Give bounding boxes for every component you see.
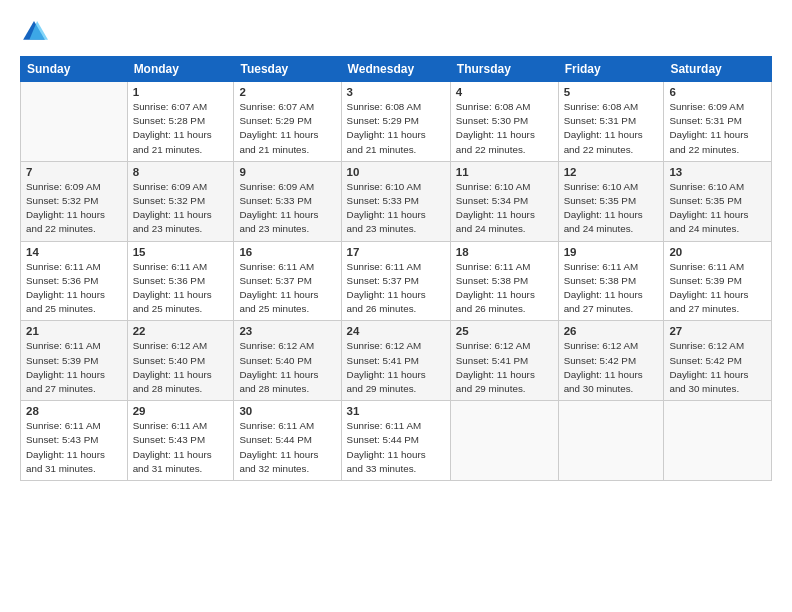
day-number: 1 [133, 86, 229, 98]
day-info: Sunrise: 6:11 AM Sunset: 5:36 PM Dayligh… [133, 260, 229, 317]
calendar-cell [21, 82, 128, 162]
day-number: 28 [26, 405, 122, 417]
calendar-cell: 1Sunrise: 6:07 AM Sunset: 5:28 PM Daylig… [127, 82, 234, 162]
calendar-cell: 3Sunrise: 6:08 AM Sunset: 5:29 PM Daylig… [341, 82, 450, 162]
day-info: Sunrise: 6:11 AM Sunset: 5:44 PM Dayligh… [347, 419, 445, 476]
day-number: 29 [133, 405, 229, 417]
day-number: 25 [456, 325, 553, 337]
day-header-tuesday: Tuesday [234, 57, 341, 82]
day-info: Sunrise: 6:12 AM Sunset: 5:41 PM Dayligh… [347, 339, 445, 396]
day-header-monday: Monday [127, 57, 234, 82]
day-info: Sunrise: 6:10 AM Sunset: 5:35 PM Dayligh… [669, 180, 766, 237]
day-number: 27 [669, 325, 766, 337]
day-info: Sunrise: 6:11 AM Sunset: 5:36 PM Dayligh… [26, 260, 122, 317]
day-number: 21 [26, 325, 122, 337]
day-info: Sunrise: 6:09 AM Sunset: 5:32 PM Dayligh… [133, 180, 229, 237]
calendar-cell: 17Sunrise: 6:11 AM Sunset: 5:37 PM Dayli… [341, 241, 450, 321]
day-header-wednesday: Wednesday [341, 57, 450, 82]
calendar-cell: 8Sunrise: 6:09 AM Sunset: 5:32 PM Daylig… [127, 161, 234, 241]
calendar-cell: 14Sunrise: 6:11 AM Sunset: 5:36 PM Dayli… [21, 241, 128, 321]
calendar-week-row: 1Sunrise: 6:07 AM Sunset: 5:28 PM Daylig… [21, 82, 772, 162]
day-number: 15 [133, 246, 229, 258]
day-number: 26 [564, 325, 659, 337]
day-info: Sunrise: 6:12 AM Sunset: 5:40 PM Dayligh… [239, 339, 335, 396]
calendar-cell: 18Sunrise: 6:11 AM Sunset: 5:38 PM Dayli… [450, 241, 558, 321]
day-info: Sunrise: 6:10 AM Sunset: 5:33 PM Dayligh… [347, 180, 445, 237]
day-info: Sunrise: 6:07 AM Sunset: 5:28 PM Dayligh… [133, 100, 229, 157]
calendar-cell [664, 401, 772, 481]
logo-icon [20, 18, 48, 46]
calendar-cell: 26Sunrise: 6:12 AM Sunset: 5:42 PM Dayli… [558, 321, 664, 401]
day-info: Sunrise: 6:07 AM Sunset: 5:29 PM Dayligh… [239, 100, 335, 157]
day-info: Sunrise: 6:08 AM Sunset: 5:30 PM Dayligh… [456, 100, 553, 157]
calendar-cell: 4Sunrise: 6:08 AM Sunset: 5:30 PM Daylig… [450, 82, 558, 162]
day-info: Sunrise: 6:09 AM Sunset: 5:32 PM Dayligh… [26, 180, 122, 237]
day-info: Sunrise: 6:09 AM Sunset: 5:31 PM Dayligh… [669, 100, 766, 157]
day-number: 5 [564, 86, 659, 98]
day-number: 10 [347, 166, 445, 178]
day-number: 18 [456, 246, 553, 258]
calendar-header-row: SundayMondayTuesdayWednesdayThursdayFrid… [21, 57, 772, 82]
calendar-cell [558, 401, 664, 481]
calendar-cell: 5Sunrise: 6:08 AM Sunset: 5:31 PM Daylig… [558, 82, 664, 162]
day-number: 6 [669, 86, 766, 98]
calendar-cell: 21Sunrise: 6:11 AM Sunset: 5:39 PM Dayli… [21, 321, 128, 401]
calendar-cell: 30Sunrise: 6:11 AM Sunset: 5:44 PM Dayli… [234, 401, 341, 481]
day-info: Sunrise: 6:08 AM Sunset: 5:29 PM Dayligh… [347, 100, 445, 157]
day-info: Sunrise: 6:11 AM Sunset: 5:38 PM Dayligh… [456, 260, 553, 317]
calendar-cell: 7Sunrise: 6:09 AM Sunset: 5:32 PM Daylig… [21, 161, 128, 241]
page: SundayMondayTuesdayWednesdayThursdayFrid… [0, 0, 792, 612]
calendar-cell: 19Sunrise: 6:11 AM Sunset: 5:38 PM Dayli… [558, 241, 664, 321]
day-info: Sunrise: 6:11 AM Sunset: 5:39 PM Dayligh… [669, 260, 766, 317]
day-info: Sunrise: 6:11 AM Sunset: 5:43 PM Dayligh… [26, 419, 122, 476]
calendar-cell: 20Sunrise: 6:11 AM Sunset: 5:39 PM Dayli… [664, 241, 772, 321]
calendar-week-row: 21Sunrise: 6:11 AM Sunset: 5:39 PM Dayli… [21, 321, 772, 401]
calendar-cell: 28Sunrise: 6:11 AM Sunset: 5:43 PM Dayli… [21, 401, 128, 481]
calendar-cell: 16Sunrise: 6:11 AM Sunset: 5:37 PM Dayli… [234, 241, 341, 321]
day-info: Sunrise: 6:12 AM Sunset: 5:42 PM Dayligh… [669, 339, 766, 396]
day-number: 7 [26, 166, 122, 178]
day-header-friday: Friday [558, 57, 664, 82]
calendar-week-row: 28Sunrise: 6:11 AM Sunset: 5:43 PM Dayli… [21, 401, 772, 481]
day-number: 4 [456, 86, 553, 98]
day-number: 8 [133, 166, 229, 178]
day-number: 23 [239, 325, 335, 337]
day-number: 22 [133, 325, 229, 337]
day-info: Sunrise: 6:10 AM Sunset: 5:35 PM Dayligh… [564, 180, 659, 237]
day-number: 14 [26, 246, 122, 258]
day-number: 17 [347, 246, 445, 258]
day-number: 19 [564, 246, 659, 258]
day-number: 2 [239, 86, 335, 98]
calendar-cell: 25Sunrise: 6:12 AM Sunset: 5:41 PM Dayli… [450, 321, 558, 401]
day-header-thursday: Thursday [450, 57, 558, 82]
day-number: 30 [239, 405, 335, 417]
day-number: 24 [347, 325, 445, 337]
day-info: Sunrise: 6:11 AM Sunset: 5:37 PM Dayligh… [239, 260, 335, 317]
calendar-cell: 24Sunrise: 6:12 AM Sunset: 5:41 PM Dayli… [341, 321, 450, 401]
day-info: Sunrise: 6:08 AM Sunset: 5:31 PM Dayligh… [564, 100, 659, 157]
day-info: Sunrise: 6:10 AM Sunset: 5:34 PM Dayligh… [456, 180, 553, 237]
day-info: Sunrise: 6:11 AM Sunset: 5:39 PM Dayligh… [26, 339, 122, 396]
day-info: Sunrise: 6:11 AM Sunset: 5:43 PM Dayligh… [133, 419, 229, 476]
day-header-sunday: Sunday [21, 57, 128, 82]
day-number: 3 [347, 86, 445, 98]
calendar-table: SundayMondayTuesdayWednesdayThursdayFrid… [20, 56, 772, 481]
day-info: Sunrise: 6:11 AM Sunset: 5:37 PM Dayligh… [347, 260, 445, 317]
calendar-cell: 12Sunrise: 6:10 AM Sunset: 5:35 PM Dayli… [558, 161, 664, 241]
day-number: 11 [456, 166, 553, 178]
logo [20, 18, 52, 46]
day-info: Sunrise: 6:11 AM Sunset: 5:38 PM Dayligh… [564, 260, 659, 317]
day-number: 16 [239, 246, 335, 258]
day-info: Sunrise: 6:12 AM Sunset: 5:40 PM Dayligh… [133, 339, 229, 396]
calendar-cell: 23Sunrise: 6:12 AM Sunset: 5:40 PM Dayli… [234, 321, 341, 401]
day-info: Sunrise: 6:09 AM Sunset: 5:33 PM Dayligh… [239, 180, 335, 237]
calendar-week-row: 14Sunrise: 6:11 AM Sunset: 5:36 PM Dayli… [21, 241, 772, 321]
calendar-cell: 9Sunrise: 6:09 AM Sunset: 5:33 PM Daylig… [234, 161, 341, 241]
calendar-cell: 13Sunrise: 6:10 AM Sunset: 5:35 PM Dayli… [664, 161, 772, 241]
day-number: 13 [669, 166, 766, 178]
calendar-cell: 31Sunrise: 6:11 AM Sunset: 5:44 PM Dayli… [341, 401, 450, 481]
day-number: 31 [347, 405, 445, 417]
day-number: 20 [669, 246, 766, 258]
header [20, 18, 772, 46]
day-info: Sunrise: 6:12 AM Sunset: 5:41 PM Dayligh… [456, 339, 553, 396]
